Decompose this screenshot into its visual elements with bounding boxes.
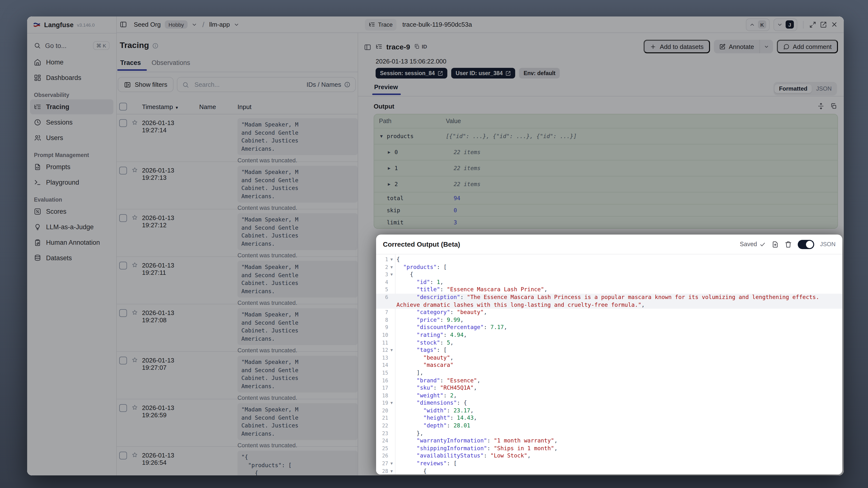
fold-toggle-icon [388,452,395,460]
code-text: "brand": "Essence", [395,377,842,384]
line-number: 7 [376,309,388,316]
code-text: "sku": "RCH45Q1A", [395,384,842,392]
code-line: 4 "id": 1, [376,279,842,286]
fold-toggle-icon [388,316,395,324]
code-text: "rating": 4.94, [395,332,842,339]
line-number: 17 [376,384,388,392]
line-number: 24 [376,437,388,445]
code-text: }, [395,430,842,437]
saved-status: Saved [740,241,766,248]
fold-toggle-icon [388,279,395,286]
line-number: 25 [376,445,388,452]
fold-toggle-icon [388,415,395,422]
line-number: 21 [376,415,388,422]
code-line: 23 }, [376,430,842,437]
code-text: "id": 1, [395,279,842,286]
code-line: 24 "warrantyInformation": "1 month warra… [376,437,842,445]
code-text: "dimensions": { [395,400,842,407]
json-toggle-label: JSON [820,241,836,248]
fold-toggle-icon[interactable]: ▼ [388,271,395,278]
fold-toggle-icon [388,369,395,377]
code-text: "mascara" [395,362,842,369]
desktop-background: Langfuse v3.146.0 Go to... ⌘ K HomeDashb… [0,0,868,488]
code-text: "height": 14.43, [395,415,842,422]
line-number: 27 [376,460,388,467]
line-number: 10 [376,332,388,339]
fold-toggle-icon [388,422,395,430]
fold-toggle-icon [388,384,395,392]
line-number: 22 [376,422,388,430]
line-number: 16 [376,377,388,384]
code-line: 26 "availabilityStatus": "Low Stock", [376,452,842,460]
code-line: 6 "description": "The Essence Mascara La… [376,294,842,301]
code-line: 10 "rating": 4.94, [376,332,842,339]
fold-toggle-icon [388,377,395,384]
fold-toggle-icon [388,392,395,399]
line-number: 5 [376,286,388,294]
fold-toggle-icon [388,324,395,332]
code-line: Achieve dramatic lashes with this long-l… [376,301,842,309]
code-text: "width": 23.17, [395,407,842,415]
code-line: 12▼ "tags": [ [376,346,842,354]
file-diff-icon[interactable] [772,241,779,248]
line-number: 1 [376,256,388,264]
json-code-editor[interactable]: 1▼{2▼ "products": [3▼ {4 "id": 1,5 "titl… [376,254,842,475]
json-toggle-switch[interactable] [798,240,814,249]
line-number: 13 [376,354,388,362]
code-text: "depth": 28.01 [395,422,842,430]
line-number: 28 [376,467,388,475]
fold-toggle-icon [388,286,395,294]
code-text: "stock": 5, [395,339,842,346]
line-number: 4 [376,279,388,286]
line-number: 15 [376,369,388,377]
langfuse-app-window: Langfuse v3.146.0 Go to... ⌘ K HomeDashb… [27,17,844,476]
fold-toggle-icon[interactable]: ▼ [388,346,395,354]
line-number: 6 [376,294,388,301]
code-line: 22 "depth": 28.01 [376,422,842,430]
line-number: 14 [376,362,388,369]
code-text: { [395,467,842,475]
fold-toggle-icon [388,437,395,445]
fold-toggle-icon[interactable]: ▼ [388,400,395,407]
code-line: 18 "weight": 2, [376,392,842,399]
corrected-output-panel: Corrected Output (Beta) Saved JSON 1▼{2▼… [376,235,842,475]
code-line: 25 "shippingInformation": "Ships in 1 mo… [376,445,842,452]
line-number: 18 [376,392,388,399]
code-line: 17 "sku": "RCH45Q1A", [376,384,842,392]
code-text: "beauty", [395,354,842,362]
line-number: 8 [376,316,388,324]
trash-icon[interactable] [785,241,792,248]
line-number: 11 [376,339,388,346]
fold-toggle-icon[interactable]: ▼ [388,256,395,264]
line-number [376,301,388,309]
code-line: 19▼ "dimensions": { [376,400,842,407]
code-line: 28▼ { [376,467,842,475]
fold-toggle-icon [388,294,395,301]
code-line: 11 "stock": 5, [376,339,842,346]
line-number: 23 [376,430,388,437]
code-text: "reviews": [ [395,460,842,467]
code-line: 27▼ "reviews": [ [376,460,842,467]
line-number: 12 [376,346,388,354]
code-text: "category": "beauty", [395,309,842,316]
line-number: 19 [376,400,388,407]
code-line: 13 "beauty", [376,354,842,362]
code-text: "tags": [ [395,346,842,354]
code-line: 20 "width": 23.17, [376,407,842,415]
code-text: "weight": 2, [395,392,842,399]
fold-toggle-icon[interactable]: ▼ [388,467,395,475]
code-line: 21 "height": 14.43, [376,415,842,422]
code-text: ], [395,369,842,377]
code-line: 15 ], [376,369,842,377]
corrected-output-title: Corrected Output (Beta) [383,240,734,248]
fold-toggle-icon [388,339,395,346]
fold-toggle-icon [388,332,395,339]
code-text: { [395,271,842,278]
fold-toggle-icon [388,362,395,369]
code-line: 9 "discountPercentage": 7.17, [376,324,842,332]
fold-toggle-icon [388,430,395,437]
fold-toggle-icon [388,309,395,316]
fold-toggle-icon[interactable]: ▼ [388,460,395,467]
code-line: 2▼ "products": [ [376,264,842,271]
fold-toggle-icon[interactable]: ▼ [388,264,395,271]
